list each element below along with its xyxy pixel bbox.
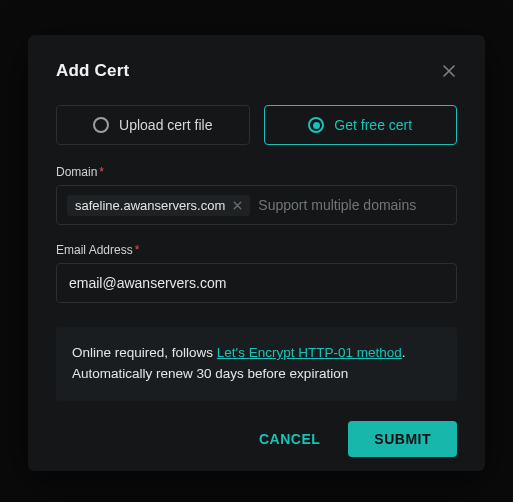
chip-remove-icon[interactable] <box>231 199 244 212</box>
modal-footer: CANCEL SUBMIT <box>56 401 457 457</box>
notice-text-renew: Automatically renew 30 days before expir… <box>72 366 348 381</box>
info-notice: Online required, follows Let's Encrypt H… <box>56 327 457 401</box>
domain-chip-text: safeline.awanservers.com <box>75 198 225 213</box>
modal-header: Add Cert <box>56 61 457 81</box>
domain-placeholder: Support multiple domains <box>258 197 446 213</box>
required-asterisk: * <box>99 165 104 179</box>
notice-text-pre: Online required, follows <box>72 345 217 360</box>
submit-button[interactable]: SUBMIT <box>348 421 457 457</box>
domain-chip: safeline.awanservers.com <box>67 195 250 216</box>
option-free-label: Get free cert <box>334 117 412 133</box>
lets-encrypt-link[interactable]: Let's Encrypt HTTP-01 method <box>217 345 402 360</box>
radio-icon <box>93 117 109 133</box>
email-label: Email Address* <box>56 243 457 257</box>
email-label-text: Email Address <box>56 243 133 257</box>
option-upload-cert[interactable]: Upload cert file <box>56 105 250 145</box>
close-icon[interactable] <box>441 63 457 79</box>
option-upload-label: Upload cert file <box>119 117 212 133</box>
modal-title: Add Cert <box>56 61 129 81</box>
email-field: Email Address* <box>56 243 457 303</box>
radio-icon <box>308 117 324 133</box>
cancel-button[interactable]: CANCEL <box>245 421 334 457</box>
domain-label-text: Domain <box>56 165 97 179</box>
domain-tag-input[interactable]: safeline.awanservers.com Support multipl… <box>56 185 457 225</box>
cert-source-options: Upload cert file Get free cert <box>56 105 457 145</box>
required-asterisk: * <box>135 243 140 257</box>
option-get-free-cert[interactable]: Get free cert <box>264 105 458 145</box>
add-cert-modal: Add Cert Upload cert file Get free cert … <box>28 35 485 471</box>
notice-text-dot: . <box>402 345 406 360</box>
email-input[interactable] <box>56 263 457 303</box>
domain-label: Domain* <box>56 165 457 179</box>
domain-field: Domain* safeline.awanservers.com Support… <box>56 165 457 225</box>
